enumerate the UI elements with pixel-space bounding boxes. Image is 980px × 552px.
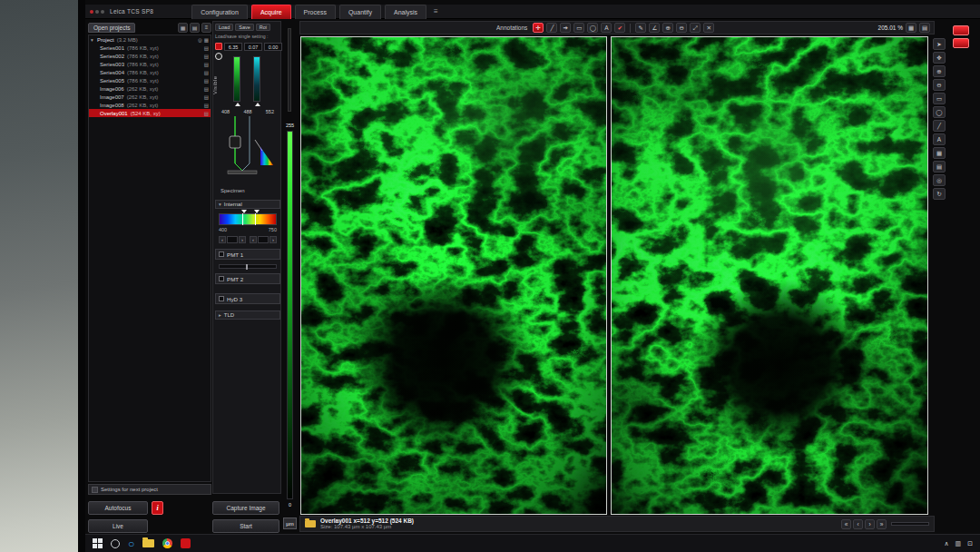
rectangle-tool-icon[interactable]: ▭ [573,23,584,33]
tab-configuration[interactable]: Configuration [191,5,248,19]
rectangle-tool-icon[interactable]: ▭ [933,93,946,104]
gain-mini-slider[interactable] [219,264,277,269]
nav-last-icon[interactable]: » [877,519,887,529]
zoom-out-icon[interactable]: ⊖ [933,79,946,91]
nav-first-icon[interactable]: « [841,519,851,529]
table-row[interactable]: Series001 (786 KB, xyt) ▤ [89,44,211,52]
line-tool-icon[interactable]: ╱ [933,120,946,132]
panel-menu-icon[interactable]: ≡ [201,23,211,33]
tab-acquire[interactable]: Acquire [251,5,291,19]
scroll-groove[interactable] [288,28,291,112]
table-row[interactable]: Image008 (262 KB, xyt) ▤ [89,101,211,109]
snapshot-camera-icon[interactable]: ◎ [933,174,946,186]
tray-icon-a[interactable]: ▥ [956,540,962,547]
readout-value[interactable]: 0.00 [264,43,282,51]
refresh-icon[interactable]: ↻ [933,188,946,200]
ellipse-tool-icon[interactable]: ◯ [933,106,946,118]
app-taskbar-icon[interactable] [181,538,191,548]
text-tool-icon[interactable]: A [933,133,946,145]
table-row[interactable]: Series004 (786 KB, xyt) ▤ [89,68,211,76]
start-button[interactable]: Start [212,519,279,533]
lut-gradient-bar[interactable] [287,131,293,499]
autofocus-button[interactable]: Autofocus [88,501,148,515]
zoom-out-icon[interactable]: ⊖ [676,23,687,33]
zoom-in-icon[interactable]: ⊕ [933,65,946,77]
readout-value[interactable]: 6.35 [224,43,242,51]
tld-section-header[interactable]: ▸ TLD [215,310,280,320]
checkbox[interactable] [219,251,224,257]
frame-slider[interactable] [891,522,929,526]
channel-row-hyd3[interactable]: HyD 3 [215,293,280,304]
nav-prev-icon[interactable]: ‹ [853,519,863,529]
search-icon[interactable] [111,539,120,548]
grid-overlay-icon[interactable]: ▦ [933,147,946,159]
layers-icon[interactable]: ▤ [919,23,930,33]
band-end-stepper[interactable]: ‹› [250,236,277,243]
red-control-button-2[interactable] [953,38,969,48]
slider-thumb[interactable] [235,103,240,106]
table-row[interactable]: Image006 (262 KB, xyt) ▤ [89,84,211,93]
list-view-icon[interactable]: ▤ [190,23,200,33]
stepper-up-icon[interactable]: › [270,236,277,243]
grid-overlay-icon[interactable]: ▦ [906,23,916,33]
grid-view-icon[interactable]: ▦ [178,23,188,33]
readout-value[interactable]: 0.07 [244,43,262,51]
menu-icon[interactable]: ≡ [434,7,438,15]
table-row[interactable]: Series005 (786 KB, xyt) ▤ [89,76,211,84]
camera-icon[interactable]: ◎ [198,37,202,43]
zoom-in-icon[interactable]: ⊕ [662,23,673,33]
roi-button[interactable]: Roi [256,24,270,31]
intensity-slider[interactable] [233,56,240,102]
tab-quantify[interactable]: Quantify [339,5,381,19]
start-button[interactable] [93,538,103,548]
chrome-icon[interactable] [162,538,172,548]
slider-thumb[interactable] [255,103,260,106]
grid-icon[interactable]: ▦ [204,37,209,43]
layers-icon[interactable]: ▤ [933,161,946,172]
pointer-tool-icon[interactable]: ➤ [933,38,946,50]
file-explorer-icon[interactable] [142,539,154,547]
internal-section-header[interactable]: ▾ Internal [215,200,280,209]
hand-tool-icon[interactable]: ✥ [933,52,946,64]
live-button[interactable]: Live [88,519,148,533]
tray-chevron-icon[interactable]: ∧ [944,540,948,547]
checkbox[interactable] [219,296,224,301]
image-viewport-left[interactable] [300,36,607,515]
red-control-button-1[interactable] [953,25,969,35]
ellipse-tool-icon[interactable]: ◯ [587,23,598,33]
capture-image-button[interactable]: Capture Image [212,501,279,515]
line-tool-icon[interactable]: ╱ [546,23,557,33]
checkbox[interactable] [219,276,224,281]
info-badge[interactable]: i [152,501,163,515]
tab-process[interactable]: Process [295,5,336,19]
channel-row-pmt1[interactable]: PMT 1 [215,249,280,260]
text-tool-icon[interactable]: A [601,23,612,33]
band-marker-icon[interactable] [254,210,260,213]
stepper-down-icon[interactable]: ‹ [250,236,257,243]
color-ring-icon[interactable] [215,53,222,60]
tab-open-projects[interactable]: Open projects [88,23,135,33]
nav-next-icon[interactable]: › [865,519,875,529]
emission-spectrum-bar[interactable] [219,213,277,225]
table-row[interactable]: Series002 (786 KB, xyt) ▤ [89,52,211,60]
angle-tool-icon[interactable]: ∠ [649,23,660,33]
pencil-tool-icon[interactable]: ✎ [635,23,646,33]
zoom-fit-icon[interactable]: ⤢ [690,23,701,33]
band-start-stepper[interactable]: ‹› [219,236,246,243]
image-viewport-right[interactable] [611,36,928,515]
project-root-row[interactable]: ▾ Project (3.2 MB) ◎ ▦ [89,35,211,44]
cursor-tool-icon[interactable]: ✛ [533,23,544,33]
save-button[interactable]: Save [235,24,254,31]
emission-slider[interactable] [253,56,260,102]
settings-next-project-bar[interactable]: Settings for next project [88,484,211,495]
browser-icon[interactable]: ○ [128,538,134,549]
caret-down-icon[interactable]: ▾ [91,37,93,43]
channel-row-pmt2[interactable]: PMT 2 [215,273,280,284]
tray-icon-b[interactable]: ⊡ [967,540,973,547]
eye-visibility-icon[interactable] [215,43,222,50]
arrow-tool-icon[interactable]: ➔ [560,23,571,33]
tab-analysis[interactable]: Analysis [385,5,426,19]
band-marker-icon[interactable] [241,210,247,213]
apply-check-icon[interactable]: ✔ [614,23,625,33]
stepper-down-icon[interactable]: ‹ [219,236,226,243]
